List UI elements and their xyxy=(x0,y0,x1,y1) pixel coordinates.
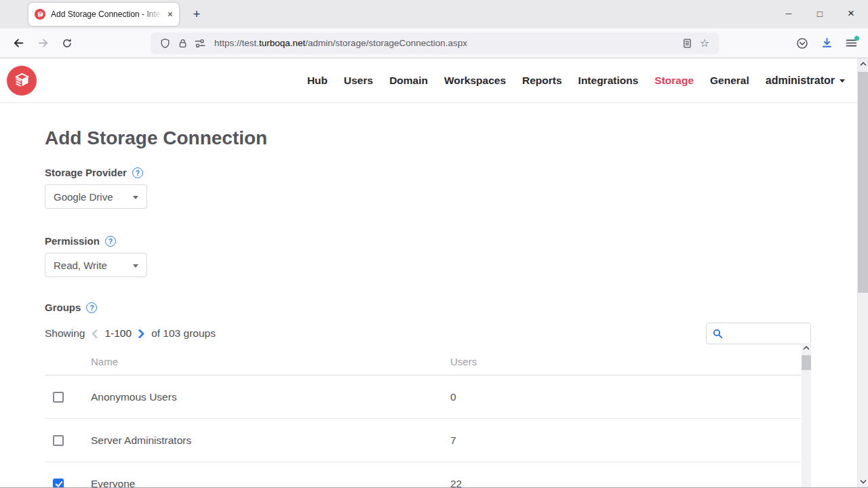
permissions-icon[interactable] xyxy=(191,35,209,52)
site-header: Hub Users Domain Workspaces Reports Inte… xyxy=(0,58,868,103)
nav-item-domain[interactable]: Domain xyxy=(389,75,428,87)
pagination: Showing 1-100 of 103 groups xyxy=(45,327,216,340)
browser-window: Add Storage Connection - Integ × + ─ □ × xyxy=(0,0,868,488)
scroll-down-icon[interactable] xyxy=(858,476,868,487)
scrollbar-thumb[interactable] xyxy=(858,72,868,293)
menu-notification-dot xyxy=(854,36,859,41)
storage-provider-select[interactable]: Google Drive xyxy=(45,184,147,209)
minimize-button[interactable]: ─ xyxy=(773,0,804,27)
nav-item-hub[interactable]: Hub xyxy=(307,75,328,87)
column-name: Name xyxy=(91,356,450,367)
pagination-suffix: of 103 groups xyxy=(151,327,216,340)
scroll-up-icon[interactable] xyxy=(858,58,868,70)
tab-close-icon[interactable]: × xyxy=(167,9,173,20)
url-scheme: https://test. xyxy=(214,38,259,48)
user-menu-label: administrator xyxy=(766,75,835,87)
table-row: Server Administrators 7 xyxy=(45,419,811,462)
pagination-next-icon[interactable] xyxy=(137,329,146,339)
main-nav: Hub Users Domain Workspaces Reports Inte… xyxy=(307,75,845,87)
scrollbar-thumb[interactable] xyxy=(802,355,811,370)
group-checkbox[interactable] xyxy=(53,479,64,488)
browser-toolbar: https://test.turboqa.net/admin/storage/s… xyxy=(0,28,868,58)
group-search xyxy=(706,323,811,344)
chevron-down-icon xyxy=(840,79,845,83)
user-menu[interactable]: administrator xyxy=(766,75,845,87)
url-domain: turboqa.net xyxy=(259,38,305,48)
site-favicon-icon xyxy=(35,9,45,20)
search-icon xyxy=(713,329,723,339)
window-controls: ─ □ × xyxy=(773,0,867,27)
lock-icon[interactable] xyxy=(174,35,191,52)
pagination-prev-icon xyxy=(90,329,99,339)
page-title: Add Storage Connection xyxy=(45,127,811,149)
reader-mode-icon[interactable] xyxy=(678,35,696,52)
page-viewport: Hub Users Domain Workspaces Reports Inte… xyxy=(0,58,868,487)
groups-label: Groups ? xyxy=(45,302,811,313)
storage-provider-label-text: Storage Provider xyxy=(45,167,127,178)
reload-icon[interactable] xyxy=(57,33,77,54)
table-row: Anonymous Users 0 xyxy=(45,375,811,419)
shield-icon[interactable] xyxy=(156,35,174,52)
browser-tab[interactable]: Add Storage Connection - Integ × xyxy=(28,3,179,26)
tab-bar: Add Storage Connection - Integ × + ─ □ × xyxy=(0,0,868,28)
page-scrollbar[interactable] xyxy=(857,58,868,487)
groups-list-bar: Showing 1-100 of 103 groups xyxy=(45,323,811,344)
menu-icon[interactable] xyxy=(841,33,861,54)
group-users: 0 xyxy=(450,391,811,403)
pagination-range: 1-100 xyxy=(104,327,132,340)
table-row: Everyone 22 xyxy=(45,462,811,487)
chevron-down-icon xyxy=(133,264,138,268)
group-checkbox[interactable] xyxy=(53,435,64,446)
group-name: Server Administrators xyxy=(91,434,450,447)
help-icon[interactable]: ? xyxy=(86,302,97,313)
permission-select[interactable]: Read, Write xyxy=(45,253,147,277)
new-tab-button[interactable]: + xyxy=(187,5,206,23)
close-button[interactable]: × xyxy=(835,0,867,27)
tab-title: Add Storage Connection - Integ xyxy=(51,9,165,19)
nav-item-integrations[interactable]: Integrations xyxy=(578,75,639,87)
group-name: Anonymous Users xyxy=(91,391,450,403)
nav-item-storage[interactable]: Storage xyxy=(654,75,694,87)
permission-label-text: Permission xyxy=(45,235,100,247)
table-scrollbar[interactable] xyxy=(802,343,811,487)
scroll-up-icon[interactable] xyxy=(802,343,811,353)
storage-provider-label: Storage Provider ? xyxy=(45,167,811,178)
bookmark-star-icon[interactable]: ☆ xyxy=(696,35,713,52)
storage-provider-value: Google Drive xyxy=(54,191,113,203)
pocket-icon[interactable] xyxy=(792,33,812,54)
permission-label: Permission ? xyxy=(45,235,811,247)
pagination-prefix: Showing xyxy=(45,327,85,340)
nav-item-general[interactable]: General xyxy=(710,75,749,87)
back-icon[interactable] xyxy=(8,33,28,54)
downloads-icon[interactable] xyxy=(816,33,837,54)
help-icon[interactable]: ? xyxy=(105,236,116,247)
group-checkbox[interactable] xyxy=(53,392,64,403)
search-input[interactable] xyxy=(727,328,804,339)
permission-value: Read, Write xyxy=(54,260,107,271)
group-name: Everyone xyxy=(91,478,450,488)
group-users: 22 xyxy=(450,478,811,488)
group-users: 7 xyxy=(450,434,811,447)
main-content: Add Storage Connection Storage Provider … xyxy=(0,127,868,487)
column-users: Users xyxy=(450,356,811,367)
groups-label-text: Groups xyxy=(45,302,81,313)
nav-item-users[interactable]: Users xyxy=(344,75,373,87)
groups-table: Name Users Anonymous Users 0 Server Admi… xyxy=(45,348,811,487)
url-bar[interactable]: https://test.turboqa.net/admin/storage/s… xyxy=(151,33,719,54)
nav-item-workspaces[interactable]: Workspaces xyxy=(444,75,506,87)
help-icon[interactable]: ? xyxy=(132,167,143,178)
url-text[interactable]: https://test.turboqa.net/admin/storage/s… xyxy=(214,38,678,48)
app-logo-icon[interactable] xyxy=(7,66,37,96)
forward-icon[interactable] xyxy=(33,33,53,54)
nav-item-reports[interactable]: Reports xyxy=(522,75,562,87)
chevron-down-icon xyxy=(133,196,138,199)
url-path: /admin/storage/storageConnection.aspx xyxy=(305,38,467,48)
table-header: Name Users xyxy=(45,348,811,375)
maximize-button[interactable]: □ xyxy=(804,0,835,27)
toolbar-right-icons xyxy=(792,33,861,54)
